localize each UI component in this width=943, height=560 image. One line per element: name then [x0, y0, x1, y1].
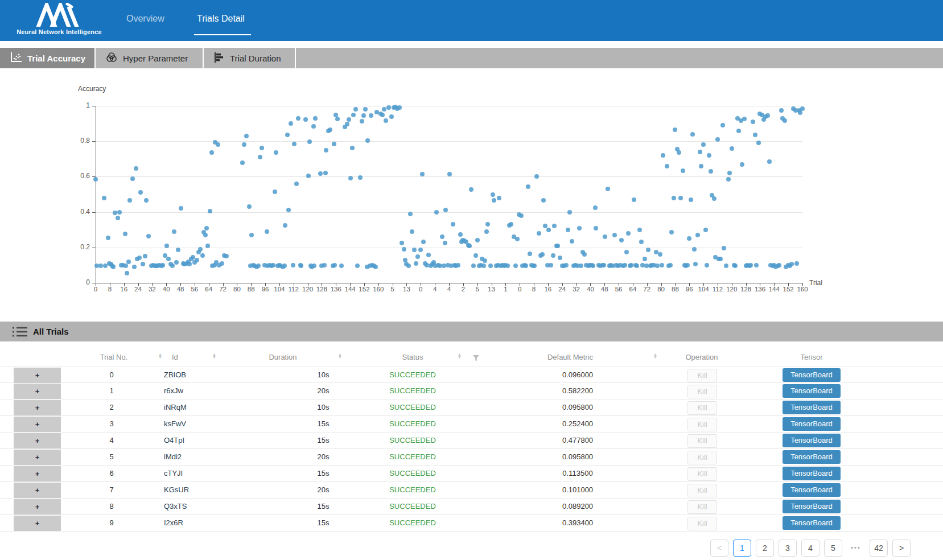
column-header-id[interactable]: Id: [172, 353, 178, 361]
pagination-page-3[interactable]: 3: [779, 540, 797, 557]
pagination-page-1[interactable]: 1: [733, 540, 751, 557]
scatter-point: [187, 262, 192, 266]
scatter-point: [715, 137, 720, 142]
scatter-point: [160, 263, 165, 267]
scatter-point: [166, 257, 171, 261]
expand-row-button[interactable]: +: [14, 400, 61, 415]
scatter-point: [751, 120, 755, 124]
pagination-page-5[interactable]: 5: [824, 540, 842, 557]
kill-button[interactable]: Kill: [687, 401, 717, 415]
pagination-prev-button[interactable]: <: [710, 540, 728, 557]
cell-default-metric: 0.089200: [562, 499, 593, 515]
kill-button[interactable]: Kill: [687, 467, 717, 481]
expand-row-button[interactable]: +: [14, 450, 61, 465]
scatter-point: [665, 164, 669, 168]
scatter-point: [220, 261, 224, 266]
tensorboard-button[interactable]: TensorBoard: [783, 384, 841, 398]
sort-icon[interactable]: ▲▼: [158, 353, 162, 359]
kill-button[interactable]: Kill: [687, 418, 717, 431]
expand-row-button[interactable]: +: [14, 499, 61, 514]
tab-strip-filler: [296, 48, 943, 68]
kill-button[interactable]: Kill: [687, 434, 717, 448]
tensorboard-button[interactable]: TensorBoard: [783, 500, 841, 513]
nav-tab-trials-detail[interactable]: Trials Detail: [197, 0, 245, 38]
kill-button[interactable]: Kill: [687, 385, 717, 398]
expand-row-button[interactable]: +: [14, 466, 61, 481]
scatter-point: [699, 164, 703, 168]
scatter-point: [451, 222, 455, 227]
column-header-duration[interactable]: Duration: [269, 353, 297, 361]
pagination-next-button[interactable]: >: [892, 540, 911, 557]
cell-trial-no: 1: [109, 383, 113, 400]
sort-icon[interactable]: ▲▼: [458, 353, 462, 359]
scatter-point: [635, 263, 639, 268]
tensorboard-button[interactable]: TensorBoard: [783, 516, 841, 530]
cell-status: SUCCEEDED: [389, 400, 436, 416]
sort-icon[interactable]: ▲▼: [338, 353, 342, 359]
cell-status: SUCCEEDED: [389, 416, 436, 433]
tensorboard-button[interactable]: TensorBoard: [783, 434, 841, 447]
scatter-point: [294, 182, 299, 186]
tensorboard-button[interactable]: TensorBoard: [783, 467, 841, 480]
cell-id: I2x6R: [164, 515, 183, 532]
cell-default-metric: 0.101000: [562, 482, 593, 499]
cell-id: cTYJI: [164, 466, 183, 482]
kill-button[interactable]: Kill: [687, 484, 717, 497]
scatter-point: [678, 196, 683, 200]
tensorboard-button[interactable]: TensorBoard: [783, 450, 841, 464]
scatter-point: [632, 197, 636, 202]
scatter-point: [418, 248, 423, 252]
cell-trial-no: 4: [109, 433, 113, 449]
column-header-default-metric[interactable]: Default Metric: [547, 353, 593, 361]
sort-icon[interactable]: ▲▼: [653, 353, 657, 359]
tensorboard-button[interactable]: TensorBoard: [783, 483, 841, 497]
kill-button[interactable]: Kill: [687, 451, 717, 464]
column-header-status[interactable]: Status: [402, 353, 423, 361]
expand-row-button[interactable]: +: [14, 384, 61, 399]
pagination-page-4[interactable]: 4: [801, 540, 820, 557]
scatter-point: [551, 253, 555, 258]
scatter-point: [355, 263, 360, 268]
scatter-point: [141, 262, 145, 266]
filter-icon[interactable]: [473, 353, 479, 364]
scatter-point: [456, 263, 460, 267]
expand-row-button[interactable]: +: [14, 417, 61, 432]
nav-tab-overview[interactable]: Overview: [126, 0, 164, 38]
scatter-point: [709, 169, 713, 174]
gridline: [96, 176, 802, 177]
tab-trial-accuracy[interactable]: Trial Accuracy: [0, 48, 94, 68]
scatter-point: [306, 174, 311, 178]
scatter-point: [564, 263, 569, 267]
scatter-point: [549, 263, 553, 267]
scatter-point: [123, 263, 128, 268]
scatter-point: [258, 155, 262, 159]
cell-duration: 10s: [318, 367, 330, 384]
scatter-point: [528, 252, 532, 256]
kill-button[interactable]: Kill: [687, 500, 717, 514]
sort-icon[interactable]: ▲▼: [212, 353, 216, 359]
scatter-point: [756, 141, 761, 145]
column-header-trial-no-[interactable]: Trial No.: [100, 353, 128, 361]
scatter-point: [402, 247, 406, 252]
tensorboard-button[interactable]: TensorBoard: [783, 401, 841, 414]
tab-hyper-parameter[interactable]: Hyper Parameter: [96, 48, 203, 68]
pagination-page-42[interactable]: 42: [870, 540, 888, 557]
tab-trial-duration[interactable]: Trial Duration: [204, 48, 295, 68]
expand-row-button[interactable]: +: [14, 368, 61, 383]
cell-default-metric: 0.095800: [562, 449, 593, 466]
scatter-point: [693, 262, 698, 266]
tensorboard-button[interactable]: TensorBoard: [783, 368, 841, 382]
tensorboard-button[interactable]: TensorBoard: [783, 417, 841, 431]
table-row: +8Q3xTS15sSUCCEEDED0.089200KillTensorBoa…: [0, 499, 943, 515]
scatter-point: [389, 114, 394, 119]
kill-button[interactable]: Kill: [687, 517, 717, 530]
trials-table-header: Trial No.▲▼Id▲▼Duration▲▼Status▲▼Default…: [0, 348, 943, 367]
kill-button[interactable]: Kill: [687, 369, 717, 382]
pagination-page-2[interactable]: 2: [756, 540, 774, 557]
scatter-point: [748, 263, 753, 267]
scatter-point: [303, 117, 308, 122]
scatter-point: [705, 263, 709, 267]
expand-row-button[interactable]: +: [14, 516, 61, 531]
expand-row-button[interactable]: +: [14, 483, 61, 498]
expand-row-button[interactable]: +: [14, 433, 61, 448]
